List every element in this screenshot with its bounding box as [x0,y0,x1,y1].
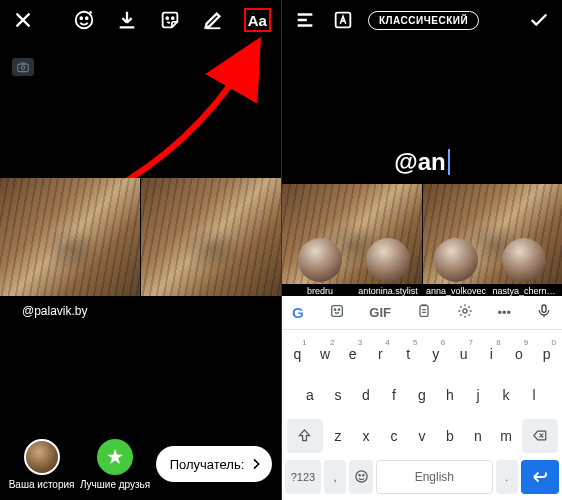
text-tool-button[interactable]: Aa [244,8,271,32]
key-d[interactable]: d [354,378,379,412]
svg-point-9 [334,309,335,310]
key-a[interactable]: a [298,378,323,412]
key-f[interactable]: f [382,378,407,412]
key-t[interactable]: t5 [396,337,421,371]
text-entry-pane: КЛАССИЧЕСКИЙ @an bredru antonina.stylist… [281,0,562,500]
chevron-right-icon [248,456,264,472]
key-l[interactable]: l [522,378,547,412]
avatar [434,238,478,282]
key-b[interactable]: b [438,419,463,453]
suggestion-username: anna_volkovec [426,286,486,296]
close-friends-label: Лучшие друзья [80,479,150,490]
key-v[interactable]: v [410,419,435,453]
shift-key[interactable] [287,419,323,453]
key-e[interactable]: e3 [340,337,365,371]
font-style-pill[interactable]: КЛАССИЧЕСКИЙ [368,11,479,30]
comma-key[interactable]: , [324,460,346,494]
keyboard-toolbar: G GIF ••• [282,296,562,330]
clipboard-icon[interactable] [416,303,432,322]
period-key[interactable]: . [496,460,518,494]
editor-toolbar: Aa [0,0,281,40]
sticker-kb-icon[interactable] [329,303,345,322]
key-z[interactable]: z [326,419,351,453]
keyboard-row-1: q1w2e3r4t5y6u7i8o9p0 [285,337,559,371]
svg-rect-5 [18,64,29,72]
key-c[interactable]: c [382,419,407,453]
recipient-button[interactable]: Получатель: [156,446,273,482]
download-icon[interactable] [114,7,139,33]
done-icon[interactable] [526,7,552,33]
emoji-key[interactable] [349,460,373,494]
symbols-key[interactable]: ?123 [285,460,321,494]
svg-point-15 [359,475,360,476]
keyboard-row-4: ?123 , English . [285,460,559,494]
svg-point-16 [362,475,363,476]
text-cursor [448,149,450,175]
suggestion-item[interactable]: nastya_chern… [492,238,556,296]
svg-point-10 [338,309,339,310]
space-key[interactable]: English [376,460,493,494]
backspace-key[interactable] [522,419,558,453]
suggestion-username: bredru [307,286,333,296]
close-icon[interactable] [10,7,35,33]
key-g[interactable]: g [410,378,435,412]
gif-button[interactable]: GIF [369,305,391,320]
your-story-label: Ваша история [9,479,75,490]
svg-point-0 [75,12,92,29]
key-k[interactable]: k [494,378,519,412]
svg-point-12 [463,309,467,313]
mention-text-input[interactable]: @an [282,148,562,176]
camera-tag-icon[interactable] [12,58,34,76]
story-editor-pane: Aa @palavik.by Ваша история ★ Лучшие дру… [0,0,281,500]
settings-kb-icon[interactable] [457,303,473,322]
keyboard-row-2: asdfghjkl [285,378,559,412]
key-n[interactable]: n [466,419,491,453]
svg-point-2 [86,17,88,19]
enter-key[interactable] [521,460,559,494]
suggestion-item[interactable]: antonina.stylist [356,238,420,296]
svg-point-4 [172,17,174,19]
key-w[interactable]: w2 [313,337,338,371]
suggestion-item[interactable]: anna_volkovec [424,238,488,296]
google-icon[interactable]: G [292,304,304,321]
avatar [298,238,342,282]
key-s[interactable]: s [326,378,351,412]
svg-point-14 [355,471,366,482]
suggestion-username: nastya_chern… [492,286,555,296]
align-icon[interactable] [292,7,318,33]
mic-icon[interactable] [536,303,552,322]
key-q[interactable]: q1 [285,337,310,371]
text-bg-icon[interactable] [330,7,356,33]
svg-rect-13 [542,305,546,312]
keyboard: G GIF ••• q1w2e3r4t5y6u7i8o9p0 asdfghjkl… [282,296,562,500]
svg-rect-11 [420,306,428,317]
more-icon[interactable]: ••• [497,305,511,320]
annotation-arrow [118,30,278,190]
key-i[interactable]: i8 [479,337,504,371]
story-media-left [0,178,140,296]
key-u[interactable]: u7 [451,337,476,371]
key-m[interactable]: m [494,419,519,453]
your-story-button[interactable]: Ваша история [9,439,75,490]
close-friends-button[interactable]: ★ Лучшие друзья [80,439,150,490]
suggestion-item[interactable]: bredru [288,238,352,296]
key-x[interactable]: x [354,419,379,453]
key-h[interactable]: h [438,378,463,412]
key-r[interactable]: r4 [368,337,393,371]
sticker-icon[interactable] [157,7,182,33]
share-bar: Ваша история ★ Лучшие друзья Получатель: [0,428,281,500]
suggestion-username: antonina.stylist [358,286,418,296]
key-o[interactable]: o9 [507,337,532,371]
key-y[interactable]: y6 [424,337,449,371]
svg-rect-8 [331,306,342,317]
key-p[interactable]: p0 [534,337,559,371]
story-media-right [141,178,281,296]
svg-point-3 [166,17,168,19]
effects-icon[interactable] [71,7,96,33]
key-j[interactable]: j [466,378,491,412]
text-toolbar: КЛАССИЧЕСКИЙ [282,0,562,40]
mention-suggestions: bredru antonina.stylist anna_volkovec na… [282,204,562,296]
typed-text: @an [394,148,445,176]
your-story-avatar [24,439,60,475]
draw-icon[interactable] [201,7,226,33]
